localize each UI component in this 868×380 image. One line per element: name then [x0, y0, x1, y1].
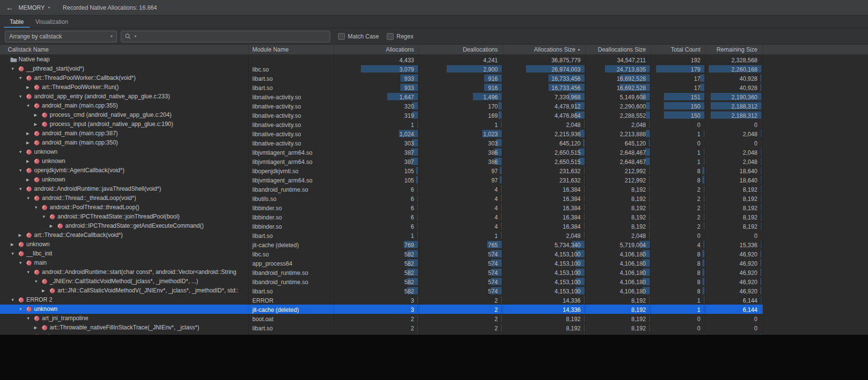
- match-case-checkbox[interactable]: Match Case: [338, 33, 379, 40]
- table-row[interactable]: ▼__libc_initlibc.so5825744,153,1004,106,…: [0, 249, 763, 258]
- header-module-name[interactable]: Module Name: [248, 45, 334, 54]
- table-row[interactable]: ▼ERROR 2ERROR3214,3368,19216,144: [0, 295, 763, 305]
- header-callstack-name[interactable]: Callstack Name: [0, 45, 248, 54]
- collapse-arrow-icon[interactable]: ▶: [42, 286, 49, 295]
- collapse-arrow-icon[interactable]: ▶: [50, 221, 57, 231]
- expand-arrow-icon[interactable]: ▼: [19, 166, 26, 175]
- value-bar: [704, 130, 705, 137]
- value-bar: [584, 195, 585, 202]
- collapse-arrow-icon[interactable]: ▶: [26, 157, 34, 166]
- table-row[interactable]: ▶art::Thread::CreateCallback(void*)libar…: [0, 231, 763, 240]
- value-bar: [704, 306, 705, 313]
- collapse-arrow-icon[interactable]: ▶: [34, 120, 41, 129]
- session-selector[interactable]: MEMORY ▾: [19, 4, 50, 11]
- table-row[interactable]: ▶unknownlibjvmtiagent_arm64.so10597231,6…: [0, 175, 763, 184]
- collapse-arrow-icon[interactable]: ▶: [26, 138, 34, 147]
- collapse-arrow-icon[interactable]: ▶: [26, 175, 34, 184]
- value-label: 574: [488, 260, 498, 267]
- header-allocations[interactable]: Allocations: [334, 45, 419, 54]
- table-row[interactable]: ▼android::Thread::_threadLoop(void*)libu…: [0, 194, 763, 203]
- expand-arrow-icon[interactable]: ▼: [42, 212, 49, 221]
- table-row[interactable]: ▶android::IPCThreadState::getAndExecuteC…: [0, 221, 763, 231]
- table-row[interactable]: Native heap4,4334,24136,875,77934,547,21…: [0, 55, 763, 64]
- arrange-dropdown[interactable]: Arrange by callstack ▾: [5, 31, 117, 42]
- expand-arrow-icon[interactable]: ▼: [11, 249, 18, 258]
- table-row[interactable]: ▶process_input (android_native_app_glue.…: [0, 120, 763, 129]
- header-deallocations-size[interactable]: Deallocations Size: [586, 45, 651, 54]
- search-field[interactable]: ▾: [121, 31, 330, 42]
- table-row[interactable]: ▼android::IPCThreadState::joinThreadPool…: [0, 212, 763, 221]
- table-row[interactable]: ▼unknownlibjvmtiagent_arm64.so3873862,65…: [0, 147, 763, 157]
- collapse-arrow-icon[interactable]: ▶: [26, 129, 34, 138]
- expand-arrow-icon[interactable]: ▼: [19, 73, 26, 83]
- table-header: Callstack NameModule NameAllocationsDeal…: [0, 45, 868, 55]
- back-button[interactable]: ←: [6, 3, 19, 12]
- table-row[interactable]: ▼android_app_entry (android_native_app_g…: [0, 92, 763, 101]
- value-bar: [704, 213, 705, 220]
- tab-visualization[interactable]: Visualization: [30, 16, 74, 28]
- table-row[interactable]: ▼android::PoolThread::threadLoop()libbin…: [0, 203, 763, 212]
- expand-arrow-icon[interactable]: ▼: [26, 268, 34, 277]
- table-row[interactable]: ▶android_main (main.cpp:387)libnative-ac…: [0, 129, 763, 138]
- search-input[interactable]: [138, 33, 326, 40]
- expand-arrow-icon[interactable]: ▼: [11, 295, 18, 305]
- expand-arrow-icon[interactable]: ▼: [19, 184, 26, 194]
- table-row[interactable]: ▼openjdkjvmti::AgentCallback(void*)libop…: [0, 166, 763, 175]
- table-row[interactable]: ▼mainapp_process645825744,153,1004,106,1…: [0, 258, 763, 268]
- tab-table[interactable]: Table: [4, 16, 30, 28]
- table-row[interactable]: ▼_JNIEnv::CallStaticVoidMethod(_jclass*,…: [0, 277, 763, 286]
- expand-arrow-icon[interactable]: ▼: [34, 277, 41, 286]
- expand-arrow-icon[interactable]: ▼: [26, 101, 34, 110]
- collapse-arrow-icon[interactable]: ▶: [34, 323, 41, 332]
- value-label: 2,048: [566, 233, 581, 239]
- table-row[interactable]: ▶process_cmd (android_native_app_glue.c:…: [0, 110, 763, 120]
- expand-arrow-icon[interactable]: ▼: [19, 147, 26, 157]
- value-label: 4,241: [483, 57, 498, 64]
- collapse-arrow-icon[interactable]: ▶: [11, 240, 18, 249]
- header-remaining-size[interactable]: Remaining Size: [706, 45, 763, 54]
- table-row[interactable]: ▶unknownjit-cache (deleted)106,144016,14…: [0, 332, 763, 335]
- table-row[interactable]: ▶unknownlibjvmtiagent_arm64.so3873862,65…: [0, 157, 763, 166]
- cell-total-count: 8: [651, 277, 706, 286]
- cell-allocations: 1,647: [334, 92, 419, 101]
- table-row[interactable]: ▼art::ThreadPoolWorker::Callback(void*)l…: [0, 73, 763, 83]
- table-row[interactable]: ▶art::Throwable_nativeFillInStackTrace(_…: [0, 323, 763, 332]
- cell-module-name: ERROR: [248, 295, 334, 305]
- header-total-count[interactable]: Total Count: [651, 45, 706, 54]
- table-row[interactable]: ▼android::AndroidRuntime::start(char con…: [0, 268, 763, 277]
- expand-arrow-icon[interactable]: ▼: [19, 92, 26, 101]
- expand-arrow-icon[interactable]: ▼: [19, 305, 26, 314]
- cell-callstack-name: ▼android::AndroidRuntime::start(char con…: [0, 268, 248, 277]
- expand-arrow-icon[interactable]: ▼: [11, 64, 18, 73]
- header-allocations-size[interactable]: Allocations Size▼: [503, 45, 586, 54]
- table-row[interactable]: ▶art::ThreadPoolWorker::Run()libart.so93…: [0, 83, 763, 92]
- cell-allocations-size: 4,153,100: [503, 268, 586, 277]
- checkbox-icon: [387, 33, 394, 40]
- expand-arrow-icon[interactable]: ▼: [34, 203, 41, 212]
- value-label: 40,928: [739, 85, 757, 91]
- cell-total-count: 4: [651, 240, 706, 249]
- expand-arrow-icon[interactable]: ▼: [26, 194, 34, 203]
- header-deallocations[interactable]: Deallocations: [419, 45, 503, 54]
- collapse-arrow-icon[interactable]: ▶: [26, 332, 34, 335]
- collapse-arrow-icon[interactable]: ▶: [34, 110, 41, 120]
- table-row[interactable]: ▼android::AndroidRuntime::javaThreadShel…: [0, 184, 763, 194]
- collapse-arrow-icon[interactable]: ▶: [26, 83, 34, 92]
- value-bar: [417, 213, 418, 220]
- regex-checkbox[interactable]: Regex: [387, 33, 414, 40]
- allocation-method-icon: [34, 334, 42, 335]
- expand-arrow-icon[interactable]: ▼: [26, 314, 34, 323]
- value-label: 2: [697, 196, 700, 202]
- table-row[interactable]: ▼android_main (main.cpp:355)libnative-ac…: [0, 101, 763, 110]
- collapse-arrow-icon[interactable]: ▶: [19, 231, 26, 240]
- value-label: 645,120: [625, 140, 646, 147]
- value-label: 8: [697, 270, 700, 276]
- table-row[interactable]: ▶unknownjit-cache (deleted)7697655,734,3…: [0, 240, 763, 249]
- table-row[interactable]: ▼unknownjit-cache (deleted)3214,3368,192…: [0, 305, 763, 314]
- table-row[interactable]: ▼art_jni_trampolineboot.oat228,1928,1920…: [0, 314, 763, 323]
- table-row[interactable]: ▼__pthread_start(void*)libc.so3,0792,900…: [0, 64, 763, 73]
- table-row[interactable]: ▶android_main (main.cpp:350)libnative-ac…: [0, 138, 763, 147]
- value-label: 582: [404, 279, 414, 286]
- table-row[interactable]: ▶art::JNI::CallStaticVoidMethodV(_JNIEnv…: [0, 286, 763, 295]
- expand-arrow-icon[interactable]: ▼: [19, 258, 26, 268]
